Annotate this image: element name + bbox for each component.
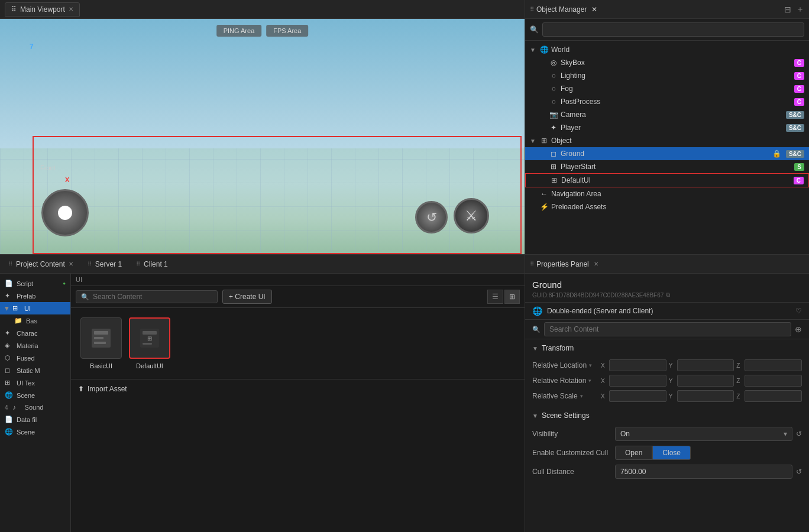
tree-item-object[interactable]: ▼ ⊞ Object xyxy=(525,134,809,147)
visibility-refresh-icon[interactable]: ↺ xyxy=(796,430,802,438)
nav-item-fused[interactable]: ⬡ Fused xyxy=(0,352,70,364)
object-manager-tab-label[interactable]: Object Manager xyxy=(536,5,587,14)
nav-item-materia[interactable]: ◈ Materia xyxy=(0,339,70,352)
cull-distance-refresh-icon[interactable]: ↺ xyxy=(796,468,802,476)
nav-item-prefab[interactable]: ✦ Prefab xyxy=(0,290,70,302)
props-add-icon[interactable]: ⊕ xyxy=(795,325,802,334)
object-search-input[interactable] xyxy=(542,22,804,37)
nav-item-charac[interactable]: ✦ Charac xyxy=(0,327,70,339)
scale-x-field: X 1.00 xyxy=(601,390,666,402)
server1-tab[interactable]: ⠿ Server 1 xyxy=(84,259,125,270)
tree-item-lighting[interactable]: ○ Lighting C xyxy=(525,69,809,82)
list-view-button[interactable]: ☰ xyxy=(487,290,503,304)
scene-settings-header[interactable]: ▼ Scene Settings xyxy=(525,407,809,424)
location-chevron[interactable]: ▾ xyxy=(589,362,592,368)
bas-label: Bas xyxy=(26,317,37,325)
materia-icon: ◈ xyxy=(5,342,13,349)
viewport-area-buttons: PING Area FPS Area xyxy=(216,25,309,37)
tree-item-defaultui[interactable]: ⊞ DefaultUI C xyxy=(525,173,809,187)
props-search-input[interactable] xyxy=(544,322,791,336)
tree-item-preloaded[interactable]: ⚡ Preloaded Assets xyxy=(525,200,809,213)
nav-item-staticm[interactable]: ◻ Static M xyxy=(0,364,70,377)
refresh-button[interactable]: ↺ xyxy=(415,201,448,233)
viewport-close-button[interactable]: ✕ xyxy=(69,6,73,12)
nav-item-scene2[interactable]: 🌐 Scene xyxy=(0,426,70,438)
tree-item-world[interactable]: ▼ 🌐 World xyxy=(525,43,809,56)
script-label: Script xyxy=(17,280,33,287)
nav-item-uitex[interactable]: ⊞ UI Tex xyxy=(0,377,70,389)
nav-item-scene[interactable]: 🌐 Scene xyxy=(0,389,70,401)
tree-item-player[interactable]: ✦ Player S&C xyxy=(525,121,809,134)
rotation-z-input[interactable]: 0.00 xyxy=(745,375,802,387)
location-z-input[interactable]: 0.00 xyxy=(745,359,802,371)
tree-item-fog[interactable]: ○ Fog C xyxy=(525,82,809,95)
search-content-input[interactable] xyxy=(93,293,212,301)
tree-item-playerstart[interactable]: ⊞ PlayerStart S xyxy=(525,160,809,173)
scale-x-input[interactable]: 1.00 xyxy=(609,390,666,402)
properties-tab-label[interactable]: Properties Panel xyxy=(536,260,589,268)
properties-close-button[interactable]: ✕ xyxy=(594,261,598,267)
defaultui-label: DefaultUI xyxy=(561,176,791,184)
tree-item-navigation[interactable]: ← Navigation Area xyxy=(525,187,809,200)
rotation-y-input[interactable]: 0.00 xyxy=(677,375,734,387)
project-content-close[interactable]: ✕ xyxy=(69,261,73,267)
drag-handle-icon: ⠿ xyxy=(11,5,17,14)
tree-item-camera[interactable]: 📷 Camera S&C xyxy=(525,108,809,121)
props-header: Ground GUID:8F1D78D84BDD947C0D0288AE3E48… xyxy=(525,274,809,303)
object-manager-close-button[interactable]: ✕ xyxy=(591,5,597,14)
joystick-control[interactable] xyxy=(41,189,89,236)
scale-label: Relative Scale ▾ xyxy=(532,392,597,400)
create-ui-button[interactable]: + Create UI xyxy=(222,290,272,304)
open-button[interactable]: Open xyxy=(615,446,652,460)
viewport-tab[interactable]: ⠿ Main Viewport ✕ xyxy=(5,2,80,17)
prefab-icon: ✦ xyxy=(5,292,13,300)
server1-drag-icon: ⠿ xyxy=(88,261,92,267)
location-z-field: Z 0.00 xyxy=(736,359,802,371)
ping-area-button[interactable]: PING Area xyxy=(216,25,262,37)
defaultui-label: DefaultUI xyxy=(136,362,163,369)
fps-area-button[interactable]: FPS Area xyxy=(266,25,308,37)
location-x-input[interactable]: 0.00 xyxy=(609,359,666,371)
scene-chevron-icon: ▼ xyxy=(532,413,538,419)
nav-item-bas[interactable]: 📁 Bas xyxy=(0,314,70,327)
asset-basicui[interactable]: BasicUI xyxy=(80,317,122,369)
ui-label: UI xyxy=(24,305,31,312)
camera-badge: S&C xyxy=(786,111,804,119)
close-button[interactable]: Close xyxy=(652,446,691,460)
asset-defaultui[interactable]: ⊞ DefaultUI xyxy=(129,317,170,369)
cull-distance-field[interactable]: 7500.00 xyxy=(615,465,792,479)
nav-item-script[interactable]: 📄 Script ● xyxy=(0,277,70,290)
svg-rect-5 xyxy=(143,331,157,335)
rotation-x-input[interactable]: 0.00 xyxy=(609,375,666,387)
client1-tab[interactable]: ⠿ Client 1 xyxy=(132,259,171,270)
nav-item-datafil[interactable]: 📄 Data fil xyxy=(0,413,70,426)
tree-item-postprocess[interactable]: ○ PostProcess C xyxy=(525,95,809,108)
rotation-chevron[interactable]: ▾ xyxy=(588,378,591,384)
tree-item-skybox[interactable]: ◎ SkyBox C xyxy=(525,56,809,69)
scale-z-input[interactable]: 1.00 xyxy=(745,390,802,402)
filter-icon[interactable]: ⊟ xyxy=(784,5,791,14)
copy-icon[interactable]: ⧉ xyxy=(666,291,670,299)
loc-x-label: X xyxy=(601,362,608,369)
tree-item-ground[interactable]: ◻ Ground 🔒 S&C xyxy=(525,147,809,160)
scale-y-input[interactable]: 1.00 xyxy=(677,390,734,402)
prefab-label: Prefab xyxy=(17,293,35,300)
svg-rect-3 xyxy=(94,342,106,344)
sound-icon: ♪ xyxy=(13,404,21,411)
location-y-input[interactable]: 0.00 xyxy=(677,359,734,371)
grid-view-button[interactable]: ⊞ xyxy=(504,290,520,304)
visibility-dropdown[interactable]: On ▾ xyxy=(615,427,792,441)
transform-section-header[interactable]: ▼ Transform xyxy=(525,339,809,357)
project-content-tab[interactable]: ⠿ Project Content ✕ xyxy=(5,259,77,270)
nav-item-ui[interactable]: ▶ ⊞ UI xyxy=(0,302,70,314)
import-asset-button[interactable]: ⬆ Import Asset xyxy=(78,385,127,393)
datafil-icon: 📄 xyxy=(5,416,13,423)
scale-chevron[interactable]: ▾ xyxy=(580,393,583,399)
viewport-content[interactable]: PING Area FPS Area 7 Front X ↺ ⚔ xyxy=(0,19,525,254)
cull-distance-row: Cull Distance 7500.00 ↺ xyxy=(532,465,802,479)
nav-item-sound[interactable]: 4 ♪ Sound xyxy=(0,401,70,413)
sword-button[interactable]: ⚔ xyxy=(454,198,489,233)
loc-z-label: Z xyxy=(736,362,743,369)
add-object-icon[interactable]: ＋ xyxy=(796,4,804,15)
scale-row: Relative Scale ▾ X 1.00 Y 1.00 Z 1.00 xyxy=(532,390,802,402)
